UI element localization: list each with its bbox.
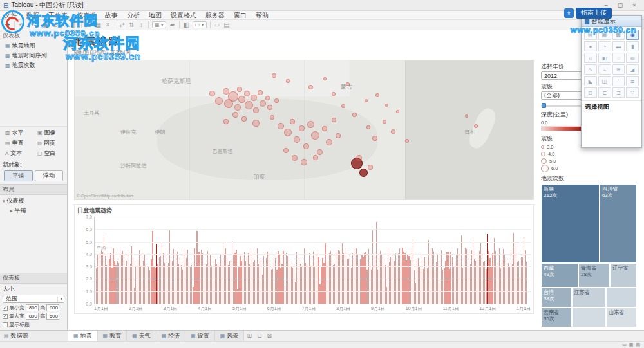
menu-item-10[interactable]: 帮助: [251, 11, 273, 20]
trend-bar[interactable]: [117, 261, 118, 304]
magnitude-filter-dropdown[interactable]: (全部): [541, 91, 585, 100]
trend-bar[interactable]: [499, 248, 500, 304]
trend-bar[interactable]: [440, 283, 440, 304]
earthquake-mark[interactable]: [260, 100, 266, 107]
earthquake-mark[interactable]: [278, 123, 284, 129]
trend-bar[interactable]: [462, 268, 463, 304]
trend-bar[interactable]: [287, 256, 288, 304]
trend-bar[interactable]: [377, 270, 378, 304]
trend-bar[interactable]: [446, 252, 447, 304]
trend-bar[interactable]: [135, 266, 136, 304]
trend-bar[interactable]: [489, 258, 490, 304]
trend-bar[interactable]: [365, 252, 366, 304]
menu-item-7[interactable]: 设置格式: [166, 11, 201, 20]
trend-bar[interactable]: [164, 263, 165, 304]
earthquake-mark[interactable]: [301, 159, 307, 165]
marks-dropdown[interactable]: ▦ ▾: [152, 21, 166, 28]
trend-bar[interactable]: [500, 268, 501, 304]
showme-thumb-symbol-map[interactable]: ◉: [626, 30, 639, 40]
trend-bar[interactable]: [281, 264, 282, 304]
trend-bar[interactable]: [231, 261, 231, 304]
object-item[interactable]: ▥水平: [1, 128, 33, 138]
trend-bar[interactable]: [469, 249, 469, 304]
treemap-tile[interactable]: 辽宁省: [610, 263, 637, 288]
height-input[interactable]: 600: [46, 313, 59, 320]
trend-bar[interactable]: [291, 266, 292, 304]
new-dashboard-tab-icon[interactable]: ⊟: [254, 331, 265, 341]
earthquake-mark[interactable]: [215, 97, 223, 105]
show-title-checkbox[interactable]: [3, 322, 8, 327]
trend-bar[interactable]: [251, 248, 251, 304]
trend-bar[interactable]: [351, 268, 352, 304]
trend-bar[interactable]: [516, 244, 516, 304]
showme-thumb-packed-bubbles[interactable]: ∵: [626, 87, 639, 98]
showme-thumb-filled-map[interactable]: ●: [584, 41, 597, 51]
refresh-icon[interactable]: ↻: [60, 21, 70, 28]
object-item[interactable]: ▢空白: [33, 149, 66, 158]
trend-bar[interactable]: [181, 265, 182, 304]
trend-bar[interactable]: [336, 252, 336, 304]
showme-thumb-area-continuous[interactable]: ◢: [626, 64, 639, 75]
menu-item-9[interactable]: 窗口: [229, 11, 251, 20]
trend-bar[interactable]: [126, 261, 127, 304]
trend-bar[interactable]: [171, 259, 171, 304]
earthquake-mark[interactable]: [341, 104, 345, 108]
trend-bar[interactable]: [346, 248, 346, 304]
showme-thumb-dual-combination[interactable]: ◫: [598, 76, 611, 86]
trend-bar[interactable]: [478, 258, 478, 304]
object-item[interactable]: A文本: [1, 149, 33, 158]
showme-thumb-line-continuous[interactable]: ∿: [584, 64, 597, 75]
earthquake-mark[interactable]: [308, 85, 313, 89]
trend-bar[interactable]: [342, 243, 343, 304]
trend-bar[interactable]: [245, 261, 246, 304]
trend-bar[interactable]: [385, 265, 386, 304]
floating-button[interactable]: 浮动: [35, 170, 64, 181]
trend-bar[interactable]: [526, 262, 527, 304]
trend-bar[interactable]: [513, 233, 514, 304]
earthquake-mark[interactable]: [391, 129, 395, 134]
showme-thumb-stacked-bar[interactable]: ▮: [626, 41, 639, 51]
trend-bar[interactable]: [308, 265, 308, 304]
showme-thumb-area-discrete[interactable]: ◣: [584, 76, 597, 86]
earthquake-mark[interactable]: [322, 126, 327, 131]
trend-bar[interactable]: [198, 252, 198, 304]
trend-bar[interactable]: [229, 261, 230, 304]
sheet-list-item[interactable]: ▦地震地图: [0, 41, 67, 51]
trend-bar[interactable]: [210, 255, 211, 304]
new-worksheet-tab-icon[interactable]: ⊞: [244, 331, 254, 341]
trend-bar[interactable]: [131, 246, 132, 304]
trend-bar[interactable]: [453, 267, 454, 304]
menu-item-0[interactable]: 文件: [0, 11, 22, 20]
tableau-logo-icon[interactable]: ❖: [3, 21, 12, 28]
trend-bar[interactable]: [521, 257, 522, 304]
trend-bar[interactable]: [379, 252, 379, 304]
trend-bar[interactable]: [418, 258, 419, 304]
trend-bar[interactable]: [243, 255, 243, 304]
trend-bar[interactable]: [215, 259, 216, 304]
earthquake-mark[interactable]: [359, 169, 368, 177]
trend-bar[interactable]: [483, 262, 484, 304]
trend-bar[interactable]: [184, 252, 184, 304]
trend-bar[interactable]: [348, 259, 349, 304]
trend-bar[interactable]: [518, 261, 519, 304]
trend-bar[interactable]: [327, 262, 327, 304]
trend-bar[interactable]: [334, 264, 335, 304]
trend-bar[interactable]: [201, 250, 202, 304]
trend-bar[interactable]: [105, 256, 106, 304]
sheet-list-item[interactable]: ▦地震时间序列: [0, 51, 67, 60]
trend-bar[interactable]: [509, 266, 510, 304]
width-input[interactable]: 800: [26, 304, 39, 311]
earthquake-mark[interactable]: [270, 115, 274, 120]
trend-bar[interactable]: [426, 259, 426, 304]
new-story-tab-icon[interactable]: ⊠: [264, 331, 274, 341]
trend-bar[interactable]: [484, 261, 485, 304]
trend-bar[interactable]: [368, 249, 369, 304]
trend-bar[interactable]: [474, 259, 475, 304]
tiled-button[interactable]: 平铺: [4, 170, 33, 181]
trend-bar[interactable]: [449, 269, 450, 304]
trend-bar[interactable]: [375, 257, 375, 304]
trend-bar[interactable]: [96, 268, 97, 304]
trend-bar[interactable]: [421, 269, 421, 304]
trend-bar[interactable]: [167, 266, 167, 304]
trend-bar[interactable]: [160, 256, 161, 304]
